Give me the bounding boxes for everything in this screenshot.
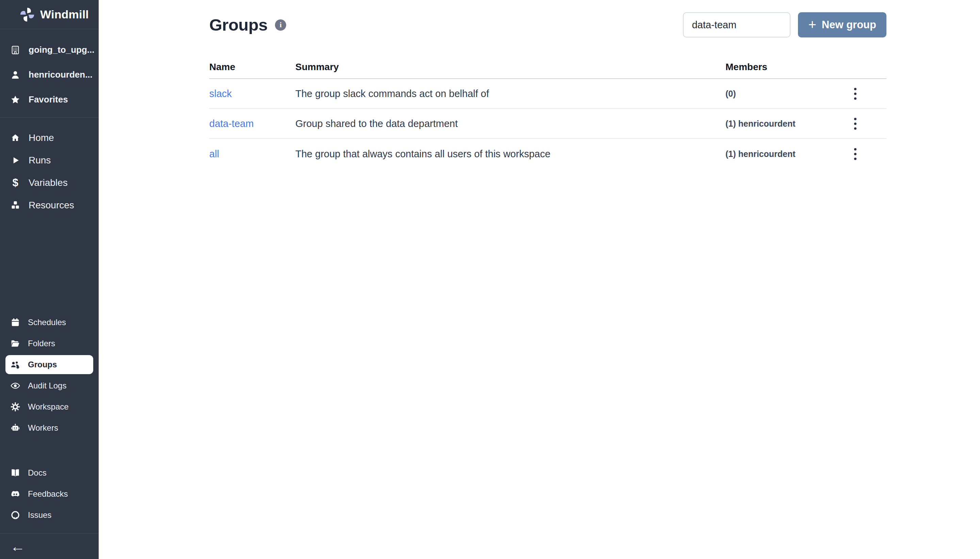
sidebar-footer: ← — [0, 533, 99, 559]
discord-icon — [10, 489, 20, 499]
sidebar: Windmill going_to_upg... — [0, 0, 99, 559]
sidebar-tertiary-nav: Docs Feedbacks Issues — [0, 462, 99, 526]
dollar-icon: $ — [10, 178, 20, 188]
nav-label: Audit Logs — [28, 381, 66, 390]
nav-label: Workspace — [28, 402, 69, 412]
star-icon — [10, 95, 20, 105]
group-members: (1) henricourdent — [726, 149, 848, 159]
group-summary: The group slack commands act on belhalf … — [295, 88, 726, 99]
sidebar-item-docs[interactable]: Docs — [0, 462, 99, 483]
nav-label: Runs — [28, 155, 51, 166]
nav-label: Home — [28, 132, 54, 143]
group-summary: The group that always contains all users… — [295, 149, 726, 160]
sidebar-item-workers[interactable]: Workers — [0, 417, 99, 438]
sidebar-item-user[interactable]: henricourden... — [0, 62, 99, 87]
robot-icon — [10, 423, 20, 433]
sidebar-item-workspace[interactable]: going_to_upg... — [0, 38, 99, 62]
sidebar-account-section: going_to_upg... henricourden... Favorite… — [0, 29, 99, 118]
sidebar-item-feedbacks[interactable]: Feedbacks — [0, 483, 99, 504]
eye-icon — [10, 380, 20, 391]
sidebar-item-groups[interactable]: Groups — [5, 355, 93, 374]
windmill-pinwheel-icon — [20, 7, 35, 22]
nav-label: Variables — [28, 177, 68, 188]
user-group-icon — [10, 359, 20, 370]
table-row: all The group that always contains all u… — [209, 139, 886, 169]
nav-label: Schedules — [28, 318, 66, 327]
building-icon — [10, 45, 20, 55]
table-row: data-team Group shared to the data depar… — [209, 109, 886, 139]
nav-label: Workers — [28, 423, 58, 433]
user-label: henricourden... — [28, 69, 92, 80]
sidebar-item-favorites[interactable]: Favorites — [0, 87, 99, 112]
sidebar-item-home[interactable]: Home — [0, 127, 99, 149]
page-title: Groups — [209, 15, 267, 35]
nav-label: Resources — [28, 200, 74, 211]
group-link-data-team[interactable]: data-team — [209, 118, 254, 129]
github-icon — [10, 510, 20, 520]
calendar-icon — [10, 317, 20, 327]
sidebar-primary-nav: Home Runs $ Variables Resources — [0, 118, 99, 217]
sidebar-item-folders[interactable]: Folders — [0, 333, 99, 354]
info-icon[interactable]: i — [275, 20, 286, 31]
group-link-all[interactable]: all — [209, 149, 219, 159]
column-header-members: Members — [726, 61, 848, 73]
workspace-label: going_to_upg... — [28, 45, 95, 55]
home-icon — [10, 133, 20, 143]
sidebar-item-schedules[interactable]: Schedules — [0, 312, 99, 333]
sidebar-secondary-nav: Schedules Folders — [0, 312, 99, 438]
sidebar-spacer — [0, 217, 99, 312]
book-icon — [10, 468, 20, 478]
sidebar-item-runs[interactable]: Runs — [0, 149, 99, 172]
column-header-name: Name — [209, 61, 295, 73]
app-title: Windmill — [40, 8, 89, 21]
nav-label: Issues — [28, 510, 51, 520]
sidebar-item-variables[interactable]: $ Variables — [0, 172, 99, 194]
group-search-input[interactable] — [683, 12, 790, 38]
main-content: Groups i + New group Name Summary Member… — [99, 0, 980, 559]
folder-icon — [10, 338, 20, 349]
windmill-logo[interactable]: Windmill — [0, 0, 99, 29]
group-members: (1) henricourdent — [726, 119, 848, 129]
group-link-slack[interactable]: slack — [209, 88, 232, 99]
groups-table: Name Summary Members slack The group sla… — [209, 56, 886, 169]
column-header-summary: Summary — [295, 61, 726, 73]
user-icon — [10, 70, 20, 80]
plus-icon: + — [808, 18, 816, 31]
group-summary: Group shared to the data department — [295, 118, 726, 129]
nav-label: Folders — [28, 339, 55, 348]
row-menu-kebab-icon[interactable] — [849, 84, 861, 103]
row-menu-kebab-icon[interactable] — [849, 145, 861, 164]
table-header-row: Name Summary Members — [209, 56, 886, 79]
cubes-icon — [10, 200, 20, 210]
nav-label: Docs — [28, 468, 46, 478]
new-group-button[interactable]: + New group — [798, 12, 886, 38]
play-icon — [10, 155, 20, 165]
favorites-label: Favorites — [28, 94, 68, 105]
new-group-button-label: New group — [822, 19, 876, 31]
page-header: Groups i + New group — [209, 12, 886, 38]
nav-label: Groups — [28, 360, 57, 369]
sidebar-item-resources[interactable]: Resources — [0, 194, 99, 217]
sidebar-item-issues[interactable]: Issues — [0, 504, 99, 526]
arrow-left-icon[interactable]: ← — [10, 539, 25, 554]
row-menu-kebab-icon[interactable] — [849, 114, 861, 133]
sidebar-item-workspace-settings[interactable]: Workspace — [0, 396, 99, 417]
sidebar-item-audit-logs[interactable]: Audit Logs — [0, 375, 99, 396]
gear-icon — [10, 402, 20, 412]
nav-label: Feedbacks — [28, 489, 68, 499]
group-members: (0) — [726, 89, 848, 99]
table-row: slack The group slack commands act on be… — [209, 79, 886, 109]
